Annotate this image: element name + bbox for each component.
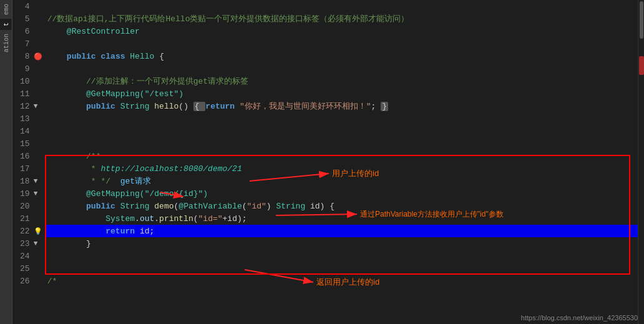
scrollbar-thumb[interactable] (640, 1, 643, 39)
code-line-5: //数据api接口,上下两行代码给Hello类贴一个可对外提供数据的接口标签（必… (45, 12, 638, 25)
editor-container: emo t ation 4 5 6 7 8🔴 9 10 11 12▼ 13 14… (0, 0, 644, 324)
code-line-15 (45, 137, 638, 150)
code-line-14 (45, 125, 638, 137)
code-line-25 (45, 262, 638, 275)
code-line-20: public String demo ( @PathVariable ( "id… (45, 200, 638, 212)
code-line-8: public class Hello { (45, 50, 638, 62)
code-line-23: } (45, 237, 638, 250)
code-line-21: System . out . println ( "id=" +id); (45, 212, 638, 225)
code-line-22: return id; (45, 225, 638, 237)
line-gutter: 4 5 6 7 8🔴 9 10 11 12▼ 13 14 15 16 17 18… (12, 0, 45, 324)
code-line-11: @GetMapping("/test") (45, 87, 638, 100)
code-line-26: /* (45, 275, 638, 287)
code-line-16: /** (45, 150, 638, 162)
code-lines: //数据api接口,上下两行代码给Hello类贴一个可对外提供数据的接口标签（必… (45, 0, 638, 287)
sidebar-t[interactable]: t (0, 19, 12, 30)
code-line-19: @GetMapping("/demo/{id}") (45, 187, 638, 200)
code-line-17: * http://localhost:8080/demo/21 (45, 162, 638, 175)
code-line-4 (45, 0, 638, 12)
sidebar-demo[interactable]: emo (0, 0, 12, 19)
code-line-13 (45, 112, 638, 125)
code-line-6: @RestController (45, 25, 638, 37)
minimap-highlight (639, 56, 644, 75)
code-line-7 (45, 37, 638, 50)
right-scrollbar[interactable] (638, 0, 644, 324)
left-sidebar: emo t ation (0, 0, 12, 324)
code-line-12: public String hello () { return "你好，我是与世… (45, 100, 638, 112)
editor-main: 4 5 6 7 8🔴 9 10 11 12▼ 13 14 15 16 17 18… (12, 0, 644, 324)
code-line-9 (45, 62, 638, 75)
code-line-24 (45, 250, 638, 262)
code-line-10: //添加注解：一个可对外提供get请求的标签 (45, 75, 638, 87)
code-content-area[interactable]: //数据api接口,上下两行代码给Hello类贴一个可对外提供数据的接口标签（必… (45, 0, 638, 324)
watermark: https://blog.csdn.net/weixin_42365530 (521, 314, 638, 322)
sidebar-ation[interactable]: ation (0, 30, 12, 56)
code-line-18: * */ get请求 (45, 175, 638, 187)
